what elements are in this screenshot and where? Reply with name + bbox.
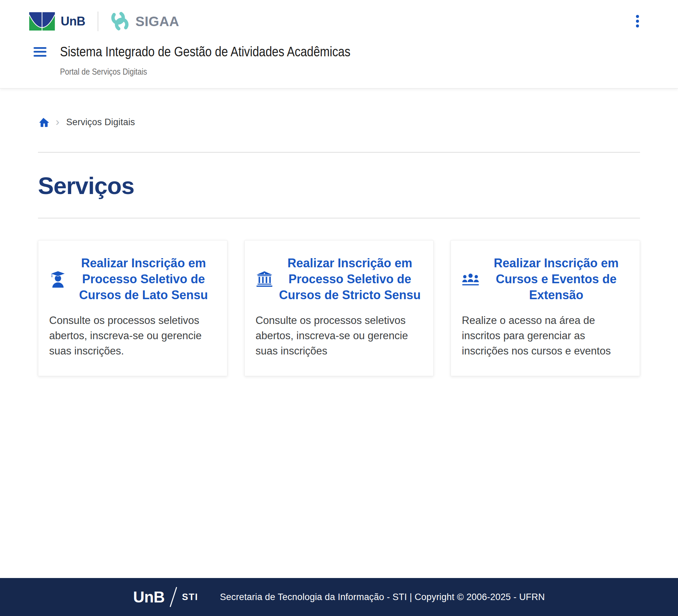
- footer-unb-wordmark: UnB: [133, 588, 165, 606]
- footer-slash-divider: [170, 587, 177, 607]
- app-subtitle: Portal de Serviços Digitais: [60, 67, 147, 77]
- card-title-link[interactable]: Realizar Inscrição em Cursos e Eventos d…: [479, 255, 629, 303]
- home-icon[interactable]: [38, 117, 49, 128]
- kebab-menu-icon[interactable]: [631, 14, 644, 28]
- card-stricto-sensu[interactable]: Realizar Inscrição em Processo Seletivo …: [244, 240, 434, 376]
- services-card-grid: Realizar Inscrição em Processo Seletivo …: [38, 240, 640, 376]
- chevron-right-icon: ›: [56, 115, 59, 128]
- card-head: Realizar Inscrição em Processo Seletivo …: [49, 255, 216, 303]
- users-line-icon: [462, 272, 479, 287]
- card-title-link[interactable]: Realizar Inscrição em Processo Seletivo …: [67, 255, 216, 303]
- sigaa-logo-icon: [109, 10, 132, 33]
- card-lato-sensu[interactable]: Realizar Inscrição em Processo Seletivo …: [38, 240, 227, 376]
- card-head: Realizar Inscrição em Processo Seletivo …: [256, 255, 423, 303]
- divider-bottom: [38, 218, 640, 218]
- unb-flag-logo-icon: [29, 12, 55, 31]
- footer-logo: UnB STI: [133, 586, 198, 608]
- card-description: Realize o acesso na área de inscritos pa…: [462, 313, 629, 359]
- breadcrumb-current: Serviços Digitais: [66, 117, 135, 128]
- logo-row: UnB SIGAA: [29, 10, 649, 33]
- breadcrumb: › Serviços Digitais: [38, 115, 640, 130]
- user-graduate-icon: [49, 271, 67, 288]
- card-head: Realizar Inscrição em Cursos e Eventos d…: [462, 255, 629, 303]
- app-footer: UnB STI Secretaria de Tecnologia da Info…: [0, 578, 678, 616]
- app-title: Sistema Integrado de Gestão de Atividade…: [60, 44, 351, 59]
- unb-wordmark: UnB: [61, 14, 85, 28]
- card-description: Consulte os processos seletivos abertos,…: [49, 313, 216, 359]
- app-header: UnB SIGAA Sistema Integrado de Gestão de…: [0, 0, 678, 89]
- card-extensao[interactable]: Realizar Inscrição em Cursos e Eventos d…: [451, 240, 640, 376]
- card-title-link[interactable]: Realizar Inscrição em Processo Seletivo …: [273, 255, 423, 303]
- page-title: Serviços: [38, 172, 640, 199]
- sigaa-wordmark: SIGAA: [136, 14, 179, 29]
- title-row: Sistema Integrado de Gestão de Atividade…: [29, 44, 649, 59]
- footer-copyright: Secretaria de Tecnologia da Informação -…: [220, 592, 545, 602]
- main-content: › Serviços Digitais Serviços Realizar In…: [0, 89, 678, 578]
- hamburger-menu-icon[interactable]: [34, 47, 46, 57]
- divider-top: [38, 152, 640, 153]
- university-icon: [256, 271, 273, 287]
- card-description: Consulte os processos seletivos abertos,…: [256, 313, 423, 359]
- logo-divider: [98, 12, 98, 31]
- footer-sti-wordmark: STI: [182, 592, 198, 602]
